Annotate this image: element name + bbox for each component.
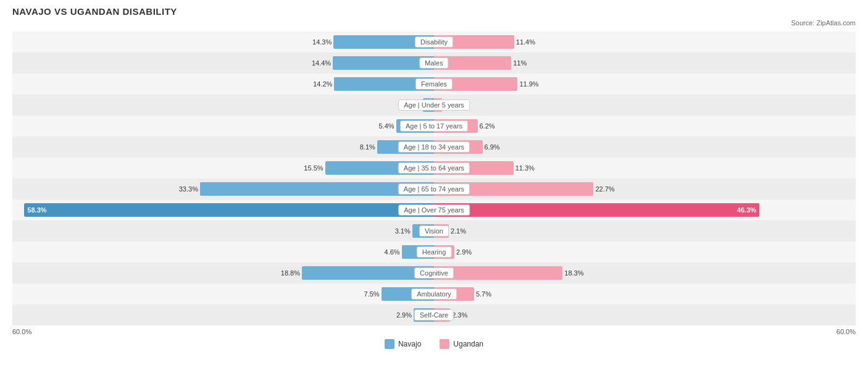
ugandan-value-label: 11.9% — [517, 80, 538, 88]
chart-title: NAVAJO VS UGANDAN DISABILITY — [12, 6, 856, 17]
navajo-value-label: 5.4% — [378, 122, 396, 130]
ugandan-highlight-value: 46.3% — [734, 206, 759, 214]
chart-row: 15.5%Age | 35 to 64 years11.3% — [12, 158, 856, 178]
navajo-section: 58.3% — [12, 200, 434, 220]
navajo-value-label: 15.5% — [304, 164, 325, 172]
ugandan-section: 11% — [434, 52, 856, 74]
source-label: Source: ZipAtlas.com — [12, 19, 856, 27]
navajo-value-label: 14.3% — [312, 38, 333, 46]
row-center-label: Age | Over 75 years — [398, 204, 470, 216]
navajo-value-label: 4.6% — [385, 248, 402, 256]
navajo-legend-label: Navajo — [398, 340, 421, 348]
navajo-section: 5.4% — [12, 116, 434, 136]
chart-row: 2.9%Self-Care2.3% — [12, 304, 856, 326]
legend: Navajo Ugandan — [12, 339, 856, 349]
row-center-label: Age | 35 to 64 years — [398, 162, 470, 174]
navajo-value-label: 18.8% — [281, 269, 302, 277]
x-axis: 60.0% 60.0% — [12, 328, 856, 335]
navajo-section: 1.6% — [12, 94, 434, 116]
ugandan-section: 46.3% — [434, 200, 856, 220]
ugandan-value-label: 11.4% — [514, 38, 535, 46]
row-center-label: Age | 5 to 17 years — [400, 120, 468, 132]
ugandan-legend-label: Ugandan — [453, 340, 483, 348]
navajo-section: 15.5% — [12, 158, 434, 178]
ugandan-legend-box — [440, 339, 449, 349]
row-center-label: Ambulatory — [411, 288, 457, 300]
ugandan-section: 2.3% — [434, 304, 856, 326]
navajo-section: 3.1% — [12, 220, 434, 242]
row-center-label: Females — [415, 78, 453, 90]
chart-row: 5.4%Age | 5 to 17 years6.2% — [12, 116, 856, 136]
ugandan-section: 18.3% — [434, 262, 856, 284]
row-center-label: Self-Care — [414, 309, 454, 321]
chart-row: 18.8%Cognitive18.3% — [12, 262, 856, 284]
x-left-label: 60.0% — [12, 328, 31, 335]
row-center-label: Vision — [419, 225, 449, 237]
navajo-highlight-value: 58.3% — [24, 206, 49, 214]
ugandan-value-label: 18.3% — [562, 269, 583, 277]
navajo-value-label: 3.1% — [395, 227, 412, 235]
row-center-label: Cognitive — [414, 267, 454, 279]
navajo-section: 2.9% — [12, 304, 434, 326]
navajo-bar: 58.3% — [24, 203, 434, 217]
navajo-value-label: 8.1% — [360, 143, 377, 151]
navajo-section: 14.2% — [12, 74, 434, 94]
navajo-section: 4.6% — [12, 242, 434, 262]
navajo-value-label: 14.2% — [313, 80, 334, 88]
chart-row: 1.6%Age | Under 5 years1.1% — [12, 94, 856, 116]
chart-row: 4.6%Hearing2.9% — [12, 242, 856, 262]
row-center-label: Males — [419, 57, 448, 69]
ugandan-bar: 46.3% — [434, 203, 759, 217]
row-center-label: Disability — [415, 36, 453, 48]
ugandan-value-label: 11.3% — [514, 164, 535, 172]
navajo-section: 8.1% — [12, 136, 434, 158]
legend-ugandan: Ugandan — [440, 339, 483, 349]
ugandan-section: 22.7% — [434, 178, 856, 200]
legend-navajo: Navajo — [385, 339, 421, 349]
chart-row: 3.1%Vision2.1% — [12, 220, 856, 242]
ugandan-section: 1.1% — [434, 94, 856, 116]
ugandan-value-label: 6.2% — [478, 122, 495, 130]
ugandan-section: 6.2% — [434, 116, 856, 136]
navajo-value-label: 7.5% — [364, 290, 382, 298]
chart-area: 14.3%Disability11.4%14.4%Males11%14.2%Fe… — [12, 32, 856, 326]
chart-row: 14.4%Males11% — [12, 52, 856, 74]
ugandan-section: 2.1% — [434, 220, 856, 242]
ugandan-value-label: 11% — [511, 59, 527, 67]
row-center-label: Age | Under 5 years — [398, 99, 470, 111]
navajo-section: 33.3% — [12, 178, 434, 200]
ugandan-value-label: 2.1% — [449, 227, 466, 235]
chart-row: 33.3%Age | 65 to 74 years22.7% — [12, 178, 856, 200]
navajo-section: 14.4% — [12, 52, 434, 74]
ugandan-section: 2.9% — [434, 242, 856, 262]
navajo-legend-box — [385, 339, 394, 349]
navajo-value-label: 2.9% — [396, 311, 414, 319]
ugandan-section: 6.9% — [434, 136, 856, 158]
navajo-section: 14.3% — [12, 32, 434, 52]
ugandan-value-label: 5.7% — [474, 290, 491, 298]
navajo-section: 7.5% — [12, 284, 434, 304]
ugandan-section: 11.4% — [434, 32, 856, 52]
ugandan-section: 11.3% — [434, 158, 856, 178]
chart-row: 7.5%Ambulatory5.7% — [12, 284, 856, 304]
row-center-label: Age | 65 to 74 years — [398, 183, 470, 195]
navajo-value-label: 14.4% — [312, 59, 333, 67]
ugandan-section: 11.9% — [434, 74, 856, 94]
chart-row: 14.3%Disability11.4% — [12, 32, 856, 52]
row-center-label: Hearing — [417, 246, 452, 258]
chart-row: 14.2%Females11.9% — [12, 74, 856, 94]
ugandan-section: 5.7% — [434, 284, 856, 304]
navajo-section: 18.8% — [12, 262, 434, 284]
row-center-label: Age | 18 to 34 years — [398, 141, 470, 153]
x-right-label: 60.0% — [837, 328, 856, 335]
chart-row: 58.3%Age | Over 75 years46.3% — [12, 200, 856, 220]
ugandan-value-label: 6.9% — [483, 143, 500, 151]
navajo-value-label: 33.3% — [179, 185, 200, 193]
ugandan-value-label: 2.9% — [454, 248, 472, 256]
chart-row: 8.1%Age | 18 to 34 years6.9% — [12, 136, 856, 158]
ugandan-value-label: 22.7% — [593, 185, 614, 193]
